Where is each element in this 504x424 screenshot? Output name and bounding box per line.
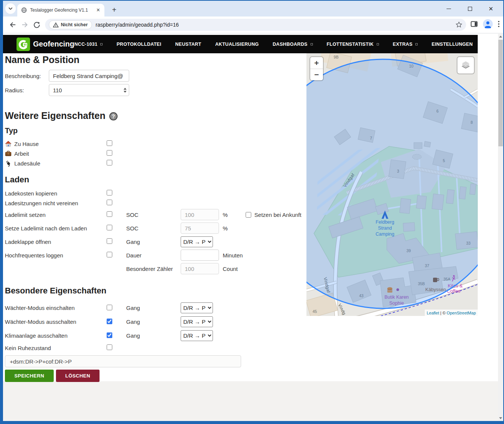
security-chip[interactable]: Nicht sicher: [49, 20, 92, 29]
nav-item-einstellungen[interactable]: EINSTELLUNGEN: [432, 42, 472, 47]
waechter-ein-gang-select[interactable]: D/R → P: [181, 302, 213, 313]
ladelimit-checkbox[interactable]: [107, 211, 112, 217]
house-icon: [5, 140, 12, 147]
page-scrollbar[interactable]: [498, 34, 503, 421]
zoom-in-button[interactable]: +: [310, 57, 323, 69]
speichern-button[interactable]: SPEICHERN: [5, 370, 54, 382]
ladelimit-nach-label: Setze Ladelimit nach dem Laden: [5, 225, 87, 232]
besonderer-zaehler-input[interactable]: [181, 263, 219, 274]
ladekosten-checkbox[interactable]: [107, 190, 112, 195]
layers-control-button[interactable]: [457, 57, 474, 74]
setzen-bei-ankunft-checkbox[interactable]: [246, 212, 251, 218]
setzen-bei-ankunft-label: Setzen bei Ankunft: [254, 212, 301, 218]
app-brand[interactable]: Geofencing: [17, 38, 74, 51]
leaflet-map[interactable]: 9B 10 7 6 8 3 5 39 37 33 43 45 35A 35B: [306, 53, 478, 316]
url-text: raspberry/admin/geoadd.php?id=16: [96, 22, 456, 28]
nav-item-extras[interactable]: EXTRAS: [393, 42, 418, 47]
beschreibung-input[interactable]: [49, 70, 129, 82]
soc-input[interactable]: [181, 209, 219, 220]
page-background: [3, 381, 498, 421]
tab-search-button[interactable]: [5, 3, 16, 14]
ladesaeule-checkbox[interactable]: [107, 160, 112, 165]
ladeklappe-gang-select[interactable]: D/R → P: [181, 236, 213, 247]
dauer-input[interactable]: [181, 250, 219, 261]
chevron-down-icon: [8, 7, 13, 10]
globe-icon: [21, 7, 27, 13]
help-icon[interactable]: ?: [109, 112, 118, 120]
loeschen-button[interactable]: LÖSCHEN: [56, 370, 100, 382]
zu-hause-checkbox[interactable]: [107, 140, 112, 146]
gang-label: Gang: [126, 239, 181, 245]
waechter-ein-checkbox[interactable]: [107, 305, 112, 310]
reload-button[interactable]: [31, 19, 43, 31]
percent-unit: %: [223, 212, 228, 218]
nav-item-flottenstatistik[interactable]: FLOTTENSTATISTIK: [327, 42, 379, 47]
back-arrow-icon: [9, 21, 17, 29]
leaflet-link[interactable]: Leaflet: [427, 311, 439, 315]
nav-item-protokolldatei[interactable]: PROTOKOLLDATEI: [116, 42, 161, 47]
zoom-out-button[interactable]: −: [310, 69, 323, 80]
hochfrequent-checkbox[interactable]: [107, 252, 112, 257]
browser-tab[interactable]: Teslalogger Geofencing V1.1 ×: [17, 4, 104, 17]
dropdown-indicator-icon: [311, 43, 313, 45]
ladelimit-nach-checkbox[interactable]: [107, 225, 112, 230]
bookmark-button[interactable]: [456, 21, 462, 28]
radius-stepper[interactable]: [124, 84, 127, 96]
tab-close-icon[interactable]: ×: [95, 7, 101, 14]
geofence-circle[interactable]: [306, 59, 478, 308]
nav-item-ncc1031[interactable]: NCC-1031: [74, 42, 103, 47]
back-button[interactable]: [7, 19, 19, 31]
besonderer-zaehler-label: Besonderer Zähler: [126, 266, 181, 272]
briefcase-icon: [5, 150, 12, 157]
klimaanlage-aus-checkbox[interactable]: [107, 332, 112, 338]
percent-unit: %: [223, 225, 228, 232]
typ-label-zu-hause: Zu Hause: [14, 141, 39, 147]
arbeit-checkbox[interactable]: [107, 150, 112, 156]
ladeklappe-label: Ladeklappe öffnen: [5, 239, 51, 245]
tab-strip: Teslalogger Geofencing V1.1 × + ×: [3, 1, 503, 17]
browser-menu-button[interactable]: [498, 21, 499, 29]
waechter-aus-checkbox[interactable]: [107, 319, 112, 324]
forward-arrow-icon: [21, 21, 29, 29]
radius-label: Radius:: [5, 87, 49, 93]
section-besondere-eigenschaften: Besondere Eigenschaften: [5, 286, 303, 296]
profile-avatar[interactable]: [483, 19, 493, 30]
security-label: Nicht sicher: [61, 22, 88, 27]
openstreetmap-link[interactable]: OpenStreetMap: [447, 311, 476, 315]
scrollbar-thumb[interactable]: [498, 40, 503, 146]
ladesitzungen-checkbox[interactable]: [107, 200, 112, 205]
scroll-down-button[interactable]: [498, 415, 503, 421]
ladeklappe-checkbox[interactable]: [107, 238, 112, 244]
svg-text:45: 45: [312, 309, 317, 314]
radius-input[interactable]: [49, 84, 129, 96]
map-tiles: 9B 10 7 6 8 3 5 39 37 33 43 45 35A 35B: [306, 53, 478, 316]
plug-icon: [5, 160, 12, 167]
nav-item-dashboards[interactable]: DASHBOARDS: [273, 42, 313, 47]
waechter-aus-gang-select[interactable]: D/R → P: [181, 316, 213, 327]
soc-nach-input[interactable]: [181, 223, 219, 234]
soc-label: SOC: [126, 212, 181, 218]
waechter-ein-label: Wächter-Modus einschalten: [5, 305, 75, 311]
url-bar[interactable]: Nicht sicher raspberry/admin/geoadd.php?…: [45, 19, 466, 31]
ladekosten-label: Ladekosten kopieren: [5, 190, 57, 197]
new-tab-button[interactable]: +: [109, 5, 119, 15]
typ-heading: Typ: [5, 126, 303, 135]
window-minimize-button[interactable]: [444, 4, 454, 14]
map-attribution: Leaflet | © OpenStreetMap: [425, 310, 478, 316]
gang-label: Gang: [126, 332, 181, 339]
minimize-icon: [447, 9, 451, 9]
nav-item-neustart[interactable]: NEUSTART: [175, 42, 201, 47]
spinner-down-icon: [124, 91, 127, 93]
side-panel-button[interactable]: [471, 21, 478, 29]
scroll-up-button[interactable]: [498, 34, 503, 39]
nav-item-aktualisierung[interactable]: AKTUALISIERUNG: [215, 42, 259, 47]
klimaanlage-gang-select[interactable]: D/R → P: [181, 330, 213, 341]
section-name-position: Name & Position: [5, 54, 303, 65]
kein-ruhezustand-checkbox[interactable]: [107, 344, 112, 350]
window-maximize-button[interactable]: [465, 4, 475, 14]
scroll-down-icon: [499, 417, 502, 419]
forward-button[interactable]: [19, 19, 31, 31]
command-string-input[interactable]: [5, 355, 241, 367]
browser-window: Teslalogger Geofencing V1.1 × + ×: [0, 0, 504, 424]
window-close-button[interactable]: ×: [486, 4, 496, 14]
